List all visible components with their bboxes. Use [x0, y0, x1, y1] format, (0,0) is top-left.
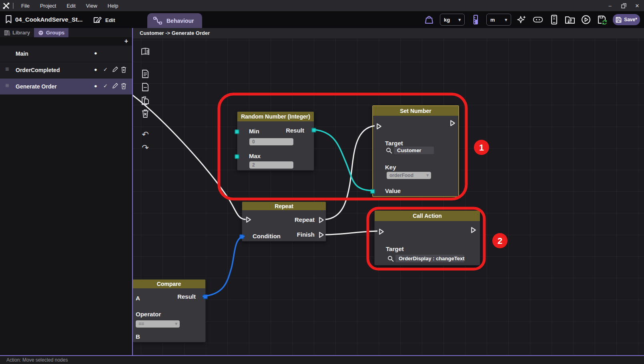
tab-groups[interactable]: Groups	[34, 28, 68, 37]
value-label: Value	[385, 187, 401, 194]
port-min[interactable]	[235, 129, 239, 134]
device-icon[interactable]	[549, 14, 559, 25]
check-icon[interactable]: ✓	[103, 66, 108, 72]
copy-document-icon[interactable]	[138, 69, 152, 78]
node-repeat[interactable]: Repeat Repeat Condition Finish	[242, 201, 326, 241]
check-icon[interactable]: ✓	[103, 83, 108, 89]
delete-trash-icon[interactable]	[121, 66, 126, 73]
target-search-field[interactable]: Customer	[394, 147, 434, 154]
search-icon[interactable]	[386, 147, 392, 154]
port-result[interactable]	[203, 294, 208, 299]
node-compare[interactable]: Compare A Result Operator == ▾ B	[132, 279, 206, 342]
flow-in-arrow[interactable]	[375, 123, 382, 130]
group-row-main[interactable]: Main ●	[0, 46, 132, 62]
status-dot-icon: ●	[94, 83, 97, 89]
groups-icon	[38, 30, 44, 36]
node-set-number[interactable]: Set Number Target Customer Key orderFood…	[372, 105, 459, 197]
menu-help[interactable]: Help	[102, 3, 124, 9]
group-row-ordercompleted[interactable]: ≡ OrderCompleted ● ✓	[0, 62, 132, 78]
port-value[interactable]	[370, 189, 375, 194]
drag-handle-icon[interactable]: ≡	[5, 82, 9, 89]
close-button[interactable]: ✕	[630, 0, 644, 11]
groups-tab-label: Groups	[46, 30, 64, 36]
min-input[interactable]: 0	[249, 138, 293, 145]
rename-pencil-icon[interactable]	[112, 66, 118, 72]
flow-out-arrow[interactable]	[449, 120, 456, 127]
save-sync-icon[interactable]	[597, 15, 607, 25]
folder-transfer-icon[interactable]	[565, 15, 575, 24]
search-icon[interactable]	[387, 255, 394, 262]
port-condition[interactable]	[239, 234, 244, 239]
edit-button[interactable]: Edit	[93, 16, 115, 24]
undo-icon[interactable]: ↶	[138, 130, 152, 139]
top-toolbar: kg ▾ m ▾ Save*	[424, 11, 640, 28]
play-icon[interactable]	[581, 15, 591, 24]
save-button[interactable]: Save*	[613, 14, 640, 25]
capsule-icon[interactable]	[533, 16, 543, 23]
annotation-badge-1-circle	[474, 140, 489, 155]
max-input[interactable]: 2	[249, 161, 293, 169]
weight-unit-select[interactable]: kg ▾	[440, 14, 465, 26]
flow-out-finish-arrow[interactable]	[318, 231, 325, 238]
menu-edit[interactable]: Edit	[61, 3, 80, 9]
result-label: Result	[177, 293, 196, 300]
port-result[interactable]	[311, 128, 316, 133]
node-graph-canvas[interactable]: Customer -> Generate Order ↶ ↷ Random Nu…	[132, 28, 644, 355]
length-unit-select[interactable]: m ▾	[486, 14, 511, 26]
annotation-badge-2-circle	[492, 233, 508, 248]
flow-in-arrow[interactable]	[378, 228, 385, 235]
remove-document-icon[interactable]	[138, 82, 152, 92]
node-call-action[interactable]: Call Action Target OrderDisplay : change…	[374, 210, 480, 265]
operator-dropdown[interactable]: == ▾	[136, 320, 180, 328]
min-label: Min	[249, 128, 259, 135]
paste-clipboard-icon[interactable]	[138, 96, 152, 105]
result-label: Result	[286, 127, 304, 134]
chevron-down-icon: ▾	[175, 321, 177, 326]
notebook-icon[interactable]	[138, 47, 152, 56]
restore-button[interactable]	[617, 0, 630, 11]
status-bar: Action: Move selected nodes	[0, 355, 644, 364]
minimize-button[interactable]: –	[603, 0, 617, 11]
drag-handle-icon[interactable]: ≡	[5, 66, 9, 73]
node-random-number[interactable]: Random Number (Integer) Min 0 Max 2 Resu…	[237, 111, 314, 171]
b-label: B	[136, 333, 140, 340]
target-label: Target	[386, 245, 404, 252]
delete-trash-x-icon[interactable]	[138, 109, 152, 118]
node-title: Set Number	[373, 106, 458, 116]
rename-pencil-icon[interactable]	[112, 83, 118, 89]
flow-out-repeat-arrow[interactable]	[318, 217, 325, 223]
add-group-button[interactable]: +	[124, 37, 128, 45]
annotation-badge-1: 1	[479, 143, 484, 153]
max-label: Max	[249, 153, 261, 159]
length-unit-value: m	[490, 17, 495, 23]
behaviour-icon	[153, 16, 163, 25]
library-icon	[4, 30, 10, 36]
port-max[interactable]	[235, 154, 239, 159]
key-dropdown-value: orderFood	[389, 173, 413, 178]
key-dropdown[interactable]: orderFood ▾	[387, 172, 431, 179]
annotation-badge-2: 2	[498, 236, 502, 246]
wire-compareresult-to-condition	[203, 236, 245, 296]
save-icon	[616, 17, 622, 23]
sparkles-icon[interactable]	[517, 15, 527, 24]
sidebar-tabs: Library Groups	[0, 28, 132, 37]
menu-file[interactable]: File	[16, 3, 35, 9]
menu-view[interactable]: View	[81, 3, 102, 9]
redo-icon[interactable]: ↷	[138, 143, 152, 152]
menu-project[interactable]: Project	[35, 3, 61, 9]
tab-behaviour[interactable]: Behaviour	[147, 13, 202, 28]
library-tab-label: Library	[12, 30, 30, 36]
delete-trash-icon[interactable]	[121, 83, 126, 89]
status-dot-icon: ●	[94, 50, 97, 56]
target-search-field[interactable]: OrderDisplay : changeText	[395, 255, 464, 262]
group-row-generate-order[interactable]: ≡ Generate Order ● ✓	[0, 78, 132, 95]
breadcrumb: Customer -> Generate Order	[133, 28, 644, 38]
weight-icon	[424, 15, 434, 24]
edit-icon	[93, 16, 102, 24]
operator-label: Operator	[136, 311, 161, 318]
sidebar: Library Groups + Main ● ≡ OrderCompleted…	[0, 28, 132, 355]
tab-library[interactable]: Library	[0, 28, 34, 37]
flow-out-arrow[interactable]	[470, 227, 477, 233]
node-title: Repeat	[242, 202, 326, 210]
flow-in-arrow[interactable]	[245, 216, 252, 223]
